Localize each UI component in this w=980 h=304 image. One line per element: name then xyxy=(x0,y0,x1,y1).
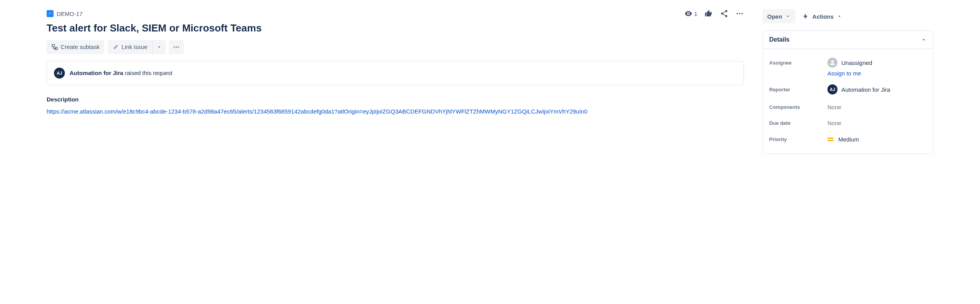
actions-label: Actions xyxy=(812,13,834,20)
svg-point-5 xyxy=(174,46,175,47)
priority-field[interactable]: Priority Medium xyxy=(769,131,927,147)
top-actions: 1 xyxy=(684,9,744,18)
details-panel: Details Assignee Unassigned Assign to me… xyxy=(763,30,933,154)
issue-title[interactable]: Test alert for Slack, SIEM or Microsoft … xyxy=(47,22,744,35)
reporter-value: Automation for Jira xyxy=(841,86,890,93)
chevron-down-icon xyxy=(837,14,842,19)
due-date-label: Due date xyxy=(769,120,827,126)
share-icon xyxy=(720,9,728,18)
priority-medium-icon xyxy=(827,136,834,143)
watch-count: 1 xyxy=(694,10,697,17)
like-button[interactable] xyxy=(704,9,713,18)
description-heading: Description xyxy=(47,96,744,103)
svg-rect-3 xyxy=(52,44,54,47)
reporter-label: Reporter xyxy=(769,87,827,93)
due-date-value: None xyxy=(827,120,841,126)
chevron-down-icon xyxy=(156,44,162,50)
assignee-value: Unassigned xyxy=(841,59,872,66)
share-button[interactable] xyxy=(720,9,728,18)
details-toggle[interactable]: Details xyxy=(763,31,933,49)
eye-icon xyxy=(684,9,693,18)
request-info-box: AJ Automation for Jira raised this reque… xyxy=(47,61,744,85)
priority-value: Medium xyxy=(838,136,859,143)
svg-point-0 xyxy=(737,13,738,14)
more-icon xyxy=(735,9,744,18)
breadcrumb[interactable]: DEMO-17 xyxy=(47,10,83,17)
reporter-avatar: AJ xyxy=(827,84,838,94)
actions-dropdown[interactable]: Actions xyxy=(801,10,844,23)
chevron-up-icon xyxy=(921,37,927,43)
requester-avatar: AJ xyxy=(54,68,65,79)
assignee-field[interactable]: Assignee Unassigned xyxy=(769,53,927,72)
assign-to-me-link[interactable]: Assign to me xyxy=(827,70,927,77)
svg-point-7 xyxy=(177,46,179,47)
chevron-down-icon xyxy=(785,14,791,19)
more-icon xyxy=(173,44,180,51)
thumbs-up-icon xyxy=(704,9,713,18)
lightning-icon xyxy=(802,13,809,20)
due-date-field[interactable]: Due date None xyxy=(769,115,927,131)
issue-type-icon xyxy=(47,10,54,17)
assignee-label: Assignee xyxy=(769,60,827,66)
request-suffix: raised this request xyxy=(123,70,172,76)
request-text: Automation for Jira raised this request xyxy=(70,70,172,76)
link-issue-label: Link issue xyxy=(122,44,148,50)
description-content: https://acme.atlassian.com/w/e18c9bc4-ab… xyxy=(47,107,744,117)
components-label: Components xyxy=(769,104,827,110)
status-label: Open xyxy=(767,13,782,20)
priority-label: Priority xyxy=(769,136,827,142)
svg-point-1 xyxy=(739,13,740,14)
status-dropdown[interactable]: Open xyxy=(763,9,795,23)
link-issue-dropdown[interactable] xyxy=(152,40,166,54)
more-button[interactable] xyxy=(735,9,744,18)
unassigned-avatar-icon xyxy=(827,58,838,68)
watch-button[interactable]: 1 xyxy=(684,9,697,18)
components-value: None xyxy=(827,104,841,110)
link-icon xyxy=(112,44,119,51)
link-issue-button[interactable]: Link issue xyxy=(108,40,152,54)
create-subtask-button[interactable]: Create subtask xyxy=(47,40,104,54)
issue-key[interactable]: DEMO-17 xyxy=(57,10,83,17)
description-link[interactable]: https://acme.atlassian.com/w/e18c9bc4-ab… xyxy=(47,108,587,115)
subtask-icon xyxy=(51,44,58,51)
svg-point-6 xyxy=(175,46,177,47)
request-author: Automation for Jira xyxy=(70,70,123,76)
more-actions-button[interactable] xyxy=(169,40,184,54)
details-title: Details xyxy=(769,36,789,43)
components-field[interactable]: Components None xyxy=(769,99,927,115)
svg-point-2 xyxy=(742,13,743,14)
reporter-field[interactable]: Reporter AJ Automation for Jira xyxy=(769,80,927,99)
create-subtask-label: Create subtask xyxy=(61,44,100,50)
